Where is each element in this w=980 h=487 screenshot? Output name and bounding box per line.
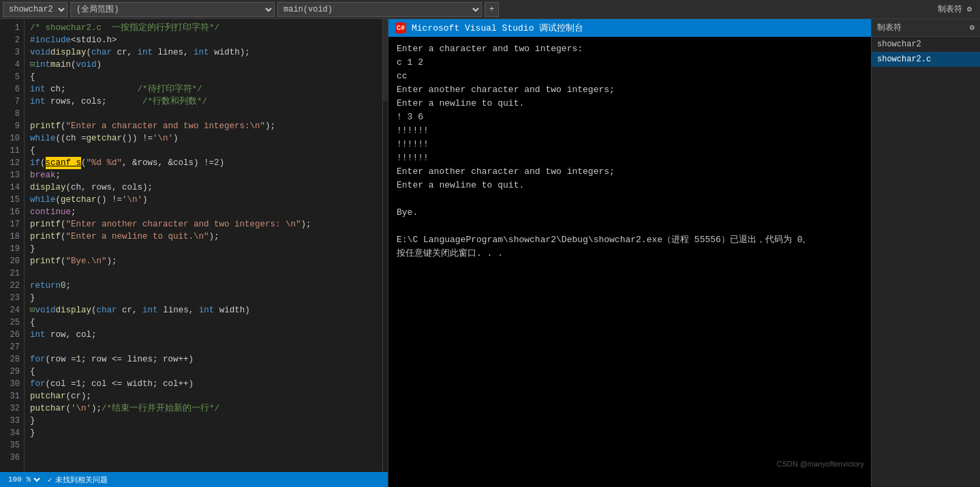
status-icon: ✓ — [48, 475, 52, 484]
line-number: 6 — [0, 83, 20, 95]
line-number: 3 — [0, 46, 20, 59]
code-line: putchar('\n'); /*结束一行并开始新的一行*/ — [30, 402, 377, 415]
code-line: for (row = 1; row <= lines; row++) — [30, 353, 377, 366]
line-number: 27 — [0, 341, 20, 353]
code-line: #include<stdio.h> — [30, 34, 377, 46]
line-number: 1 — [0, 22, 20, 34]
add-symbol-button[interactable]: + — [485, 2, 499, 17]
code-line: while (getchar() != '\n') — [30, 194, 377, 206]
status-text: 未找到相关问题 — [55, 475, 108, 485]
code-line: } — [30, 427, 377, 439]
line-number: 29 — [0, 366, 20, 378]
line-number: 22 — [0, 280, 20, 292]
status-left: 100 % ✓ 未找到相关问题 — [5, 475, 108, 485]
code-line — [30, 267, 377, 280]
line-number: 19 — [0, 243, 20, 255]
line-number: 21 — [0, 267, 20, 280]
line-number: 28 — [0, 353, 20, 366]
line-number: 5 — [0, 71, 20, 83]
minimap — [382, 19, 388, 472]
code-line: printf("Enter another character and two … — [30, 218, 377, 231]
code-line: while ((ch = getchar()) != '\n') — [30, 132, 377, 145]
code-line: continue; — [30, 206, 377, 218]
line-number: 26 — [0, 329, 20, 341]
code-line: { — [30, 145, 377, 157]
right-panel-item[interactable]: showchar2 — [872, 37, 980, 52]
right-panel-header-label: 制表符 ⚙ — [938, 3, 972, 15]
status-ok: ✓ 未找到相关问题 — [48, 475, 108, 485]
console-title: Microsoft Visual Studio 调试控制台 — [412, 22, 583, 34]
code-line: { — [30, 316, 377, 329]
console-output[interactable]: Enter a character and two integers: c 1 … — [388, 37, 871, 487]
line-number: 13 — [0, 169, 20, 181]
code-line: printf("Enter a character and two intege… — [30, 120, 377, 132]
line-number: 32 — [0, 402, 20, 415]
code-line: printf("Bye.\n"); — [30, 255, 377, 267]
line-number: 24 — [0, 304, 20, 316]
line-number: 36 — [0, 452, 20, 464]
right-panel-item[interactable]: showchar2.c — [872, 52, 980, 67]
line-number: 7 — [0, 95, 20, 108]
console-title-bar: C# Microsoft Visual Studio 调试控制台 — [388, 19, 871, 37]
code-line: } — [30, 415, 377, 427]
console-icon: C# — [395, 23, 406, 33]
line-number: 34 — [0, 427, 20, 439]
line-number: 30 — [0, 378, 20, 390]
line-number: 25 — [0, 316, 20, 329]
code-line: return 0; — [30, 280, 377, 292]
line-number: 23 — [0, 292, 20, 304]
line-number: 11 — [0, 145, 20, 157]
line-number: 16 — [0, 206, 20, 218]
code-line: putchar(cr); — [30, 390, 377, 402]
code-line: if (scanf_s("%d %d", &rows, &cols) != 2) — [30, 157, 377, 169]
right-panel-items: showchar2showchar2.c — [872, 37, 980, 67]
line-number: 20 — [0, 255, 20, 267]
line-number: 17 — [0, 218, 20, 231]
code-line — [30, 439, 377, 452]
line-numbers: 1234567891011121314151617181920212223242… — [0, 19, 25, 472]
code-line: display(ch, rows, cols); — [30, 181, 377, 194]
line-number: 31 — [0, 390, 20, 402]
code-line: int ch; /*待打印字符*/ — [30, 83, 377, 95]
gear-icon[interactable]: ⚙ — [970, 23, 975, 33]
line-number: 18 — [0, 231, 20, 243]
line-number: 9 — [0, 120, 20, 132]
right-panel-header: 制表符 ⚙ — [872, 19, 980, 37]
right-panel-title: 制表符 — [877, 22, 902, 33]
code-line — [30, 108, 377, 120]
code-line: void display(char cr, int lines, int wid… — [30, 46, 377, 59]
code-line: break; — [30, 169, 377, 181]
scope-dropdown[interactable]: (全局范围) — [70, 2, 275, 17]
code-line — [30, 341, 377, 353]
line-number: 8 — [0, 108, 20, 120]
line-number: 2 — [0, 34, 20, 46]
code-line: { — [30, 366, 377, 378]
code-content[interactable]: /* showchar2.c 一按指定的行列打印字符*/#include<std… — [25, 19, 382, 472]
line-number: 10 — [0, 132, 20, 145]
zoom-select[interactable]: 100 % — [5, 475, 42, 484]
code-line: printf("Enter a newline to quit.\n"); — [30, 231, 377, 243]
code-editor: 1234567891011121314151617181920212223242… — [0, 19, 388, 487]
code-line: ⊟int main(void) — [30, 59, 377, 71]
status-bar: 100 % ✓ 未找到相关问题 — [0, 472, 388, 487]
code-line: } — [30, 243, 377, 255]
code-line — [30, 452, 377, 464]
line-number: 12 — [0, 157, 20, 169]
func-dropdown[interactable]: main(void) — [277, 2, 482, 17]
code-line: int rows, cols; /*行数和列数*/ — [30, 95, 377, 108]
main-content: 1234567891011121314151617181920212223242… — [0, 19, 980, 487]
minimap-slider[interactable] — [383, 19, 388, 101]
line-number: 33 — [0, 415, 20, 427]
line-number: 4 — [0, 59, 20, 71]
code-line: { — [30, 71, 377, 83]
code-line: int row, col; — [30, 329, 377, 341]
line-number: 35 — [0, 439, 20, 452]
file-dropdown[interactable]: showchar2 — [3, 2, 67, 17]
line-number: 14 — [0, 181, 20, 194]
code-line: for (col = 1; col <= width; col++) — [30, 378, 377, 390]
code-line: /* showchar2.c 一按指定的行列打印字符*/ — [30, 22, 377, 34]
console-area: C# Microsoft Visual Studio 调试控制台 Enter a… — [388, 19, 871, 487]
right-panel: 制表符 ⚙ showchar2showchar2.c — [871, 19, 980, 487]
code-line: } — [30, 292, 377, 304]
line-number: 15 — [0, 194, 20, 206]
